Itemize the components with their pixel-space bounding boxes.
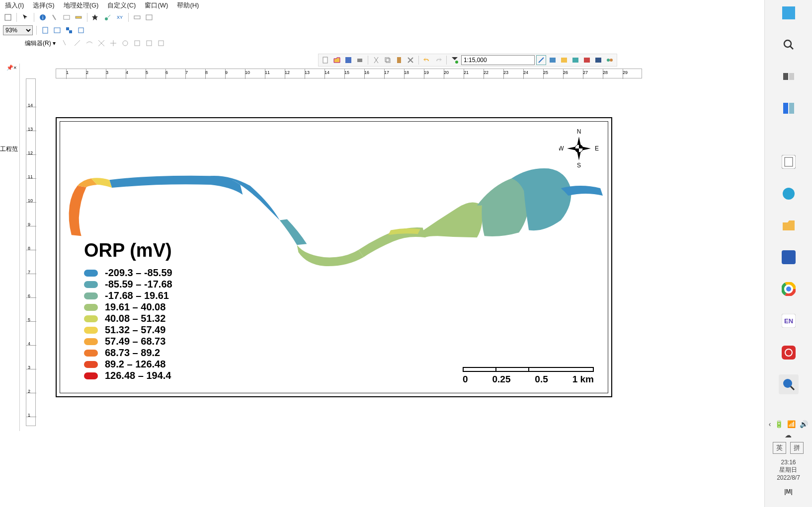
- menu-window[interactable]: 窗口(W): [145, 1, 168, 10]
- svg-rect-22: [386, 59, 390, 63]
- legend-row: -85.59 – -17.68: [84, 279, 172, 290]
- catalog-icon[interactable]: [559, 55, 569, 65]
- edit-vertices-icon[interactable]: [73, 38, 82, 48]
- print-icon[interactable]: [355, 55, 365, 65]
- toc-item-truncated[interactable]: 工程范: [0, 145, 19, 153]
- menu-select[interactable]: 选择(S): [33, 1, 54, 10]
- model-builder-icon[interactable]: [605, 55, 615, 65]
- svg-rect-8: [146, 15, 152, 20]
- taskbar-app-edge-icon[interactable]: [779, 184, 799, 204]
- zoom-percent-select[interactable]: 93%: [3, 25, 33, 35]
- compass-n-label: N: [577, 129, 581, 135]
- viewer-window-icon[interactable]: [144, 12, 154, 22]
- add-data-icon[interactable]: [3, 12, 13, 22]
- time-slider-icon[interactable]: [132, 12, 142, 22]
- menu-geoprocessing[interactable]: 地理处理(G): [64, 1, 99, 10]
- create-features-icon[interactable]: [156, 38, 166, 48]
- zoom-100-icon[interactable]: [52, 25, 62, 35]
- menu-customize[interactable]: 自定义(C): [107, 1, 136, 10]
- standard-toolbar: [318, 54, 617, 67]
- menu-help[interactable]: 帮助(H): [177, 1, 199, 10]
- split-icon[interactable]: [108, 38, 118, 48]
- legend-row: -17.68 – 19.61: [84, 290, 172, 301]
- svg-rect-12: [69, 30, 72, 33]
- attributes-icon[interactable]: [132, 38, 142, 48]
- tray-notification-icon[interactable]: |M|: [769, 488, 809, 495]
- table-of-contents-icon[interactable]: [548, 55, 558, 65]
- tray-wifi-icon[interactable]: 📶: [787, 420, 796, 428]
- tray-time[interactable]: 23:16: [769, 459, 809, 466]
- taskbar-app-arcmap-icon[interactable]: [779, 374, 799, 394]
- python-window-icon[interactable]: [593, 55, 603, 65]
- delete-icon[interactable]: [406, 55, 415, 65]
- legend-title: ORP (mV): [84, 240, 172, 261]
- pin-icon[interactable]: 📌: [6, 65, 11, 70]
- svg-rect-16: [147, 41, 152, 46]
- legend-swatch: [84, 338, 98, 345]
- identify-icon[interactable]: i: [38, 12, 48, 22]
- find-route-icon[interactable]: [103, 12, 113, 22]
- taskbar-app-word-icon[interactable]: [779, 247, 799, 267]
- open-icon[interactable]: [332, 55, 342, 65]
- tray-chevron-icon[interactable]: ‹: [769, 420, 771, 428]
- scale-label-05: 0.5: [535, 374, 548, 385]
- taskbar-search-icon[interactable]: [779, 35, 799, 55]
- svg-point-47: [786, 287, 791, 291]
- tray-dayofweek: 星期日: [769, 466, 809, 474]
- zoom-whole-page-icon[interactable]: [40, 25, 50, 35]
- find-icon[interactable]: [91, 12, 101, 22]
- measure-icon[interactable]: [74, 12, 83, 22]
- edit-tool-icon[interactable]: [61, 38, 71, 48]
- ime-mode[interactable]: 拼: [790, 442, 804, 454]
- tray-onedrive-icon[interactable]: ☁: [785, 431, 792, 439]
- svg-point-31: [610, 59, 613, 62]
- editor-dropdown[interactable]: 编辑器(R) ▾: [25, 39, 56, 48]
- add-data-plus-icon[interactable]: [450, 55, 460, 65]
- taskbar-app-chrome-icon[interactable]: [779, 279, 799, 299]
- toggle-draft-icon[interactable]: [64, 25, 74, 35]
- undo-icon[interactable]: [422, 55, 432, 65]
- focus-data-frame-icon[interactable]: [76, 25, 86, 35]
- arctoolbox-icon[interactable]: [582, 55, 592, 65]
- copy-icon[interactable]: [383, 55, 393, 65]
- rotate-icon[interactable]: [120, 38, 130, 48]
- scale-segment: [463, 367, 495, 372]
- scale-label-0: 0: [463, 374, 468, 385]
- redo-icon[interactable]: [433, 55, 443, 65]
- taskbar-copilot-icon[interactable]: [779, 3, 799, 23]
- html-popup-icon[interactable]: [62, 12, 72, 22]
- legend-row: 68.73 – 89.2: [84, 347, 172, 359]
- hyperlink-icon[interactable]: [50, 12, 60, 22]
- cut-icon[interactable]: [371, 55, 381, 65]
- menu-insert[interactable]: 插入(I): [5, 1, 24, 10]
- windows-taskbar: EN ‹ 🔋 📶 🔊 ☁ 英 拼 23:16 星期日 2022/8/7 |M|: [764, 0, 812, 507]
- editor-toolbar-icon[interactable]: [536, 55, 546, 65]
- tray-battery-icon[interactable]: 🔋: [775, 420, 783, 428]
- taskbar-taskview-icon[interactable]: [779, 67, 799, 86]
- new-icon[interactable]: [321, 55, 330, 65]
- taskbar-app-netease-icon[interactable]: [779, 343, 799, 362]
- taskbar-app-explorer-icon[interactable]: [779, 216, 799, 235]
- sketch-properties-icon[interactable]: [144, 38, 154, 48]
- ime-lang[interactable]: 英: [773, 442, 786, 454]
- paste-icon[interactable]: [394, 55, 404, 65]
- cut-polygons-icon[interactable]: [96, 38, 106, 48]
- taskbar-app-contacts-icon[interactable]: [779, 152, 799, 172]
- save-icon[interactable]: [343, 55, 353, 65]
- map-scale-input[interactable]: [461, 55, 535, 65]
- search-window-icon[interactable]: [570, 55, 580, 65]
- scale-bar: 0 0.25 0.5 1 km: [463, 367, 594, 385]
- north-arrow: N E S W: [559, 129, 599, 168]
- goto-xy-icon[interactable]: XY: [115, 12, 125, 22]
- taskbar-widgets-icon[interactable]: [779, 98, 799, 118]
- layout-page[interactable]: ORP (mV) -209.3 – -85.59-85.59 – -17.68-…: [56, 117, 612, 397]
- taskbar-app-endnote-icon[interactable]: EN: [779, 311, 799, 331]
- reshape-icon[interactable]: [84, 38, 94, 48]
- svg-point-34: [784, 40, 791, 47]
- close-icon[interactable]: ×: [13, 65, 18, 70]
- svg-point-30: [607, 59, 610, 62]
- data-frame[interactable]: ORP (mV) -209.3 – -85.59-85.59 – -17.68-…: [60, 121, 608, 393]
- tray-volume-icon[interactable]: 🔊: [800, 420, 808, 428]
- select-element-icon[interactable]: [20, 12, 30, 22]
- legend-row: 126.48 – 194.4: [84, 370, 172, 381]
